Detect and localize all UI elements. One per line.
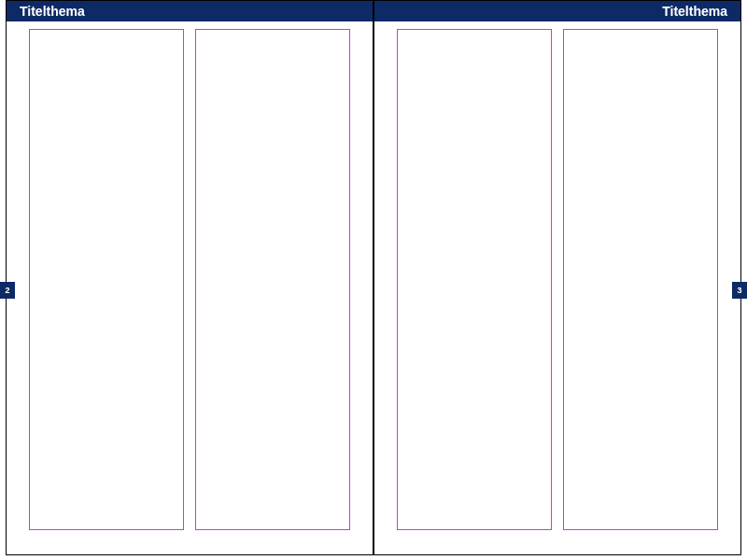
- text-column[interactable]: [563, 29, 718, 530]
- header-bar-right: Titelthema: [374, 1, 740, 21]
- column-guides-left: [29, 29, 350, 530]
- page-number-tab-left: 2: [0, 282, 15, 299]
- document-spread: Titelthema Titelthema: [6, 0, 741, 560]
- text-column[interactable]: [29, 29, 184, 530]
- header-title-right: Titelthema: [662, 4, 727, 19]
- page-number-right: 3: [737, 286, 741, 295]
- header-bar-left: Titelthema: [7, 1, 373, 21]
- page-number-left: 2: [5, 286, 9, 295]
- page-right[interactable]: Titelthema: [374, 0, 741, 555]
- page-number-tab-right: 3: [732, 282, 747, 299]
- text-column[interactable]: [397, 29, 552, 530]
- header-title-left: Titelthema: [20, 4, 85, 19]
- text-column[interactable]: [195, 29, 350, 530]
- page-left[interactable]: Titelthema: [6, 0, 374, 555]
- column-guides-right: [397, 29, 718, 530]
